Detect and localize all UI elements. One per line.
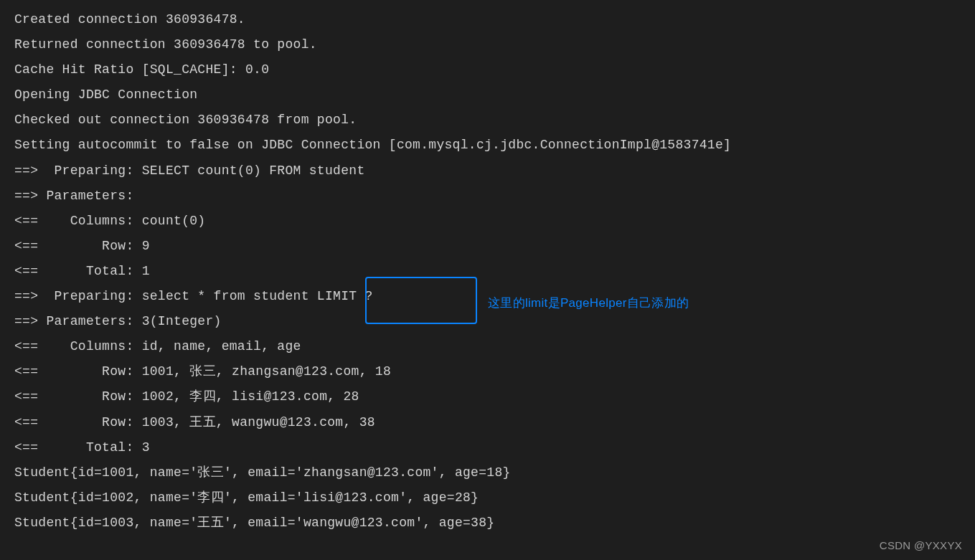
watermark: CSDN @YXXYX xyxy=(880,535,962,556)
console-output: Created connection 360936478. Returned c… xyxy=(14,7,961,536)
log-line: Created connection 360936478. xyxy=(14,7,961,32)
log-line: <== Row: 1002, 李四, lisi@123.com, 28 xyxy=(14,384,961,409)
log-line: Returned connection 360936478 to pool. xyxy=(14,32,961,57)
log-line: Setting autocommit to false on JDBC Conn… xyxy=(14,133,961,158)
log-line: <== Columns: id, name, email, age xyxy=(14,334,961,359)
annotation-text: 这里的limit是PageHelper自己添加的 xyxy=(488,291,689,315)
log-line: <== Total: 3 xyxy=(14,435,961,460)
log-line: Cache Hit Ratio [SQL_CACHE]: 0.0 xyxy=(14,57,961,82)
log-line: <== Row: 9 xyxy=(14,234,961,259)
log-line: Student{id=1002, name='李四', email='lisi@… xyxy=(14,485,961,511)
log-line: ==> Parameters: xyxy=(14,184,961,209)
log-line: <== Row: 1003, 王五, wangwu@123.com, 38 xyxy=(14,410,961,435)
log-line: Student{id=1001, name='张三', email='zhang… xyxy=(14,460,961,485)
log-line: ==> Preparing: SELECT count(0) FROM stud… xyxy=(14,158,961,184)
log-line: <== Total: 1 xyxy=(14,259,961,284)
log-line: Checked out connection 360936478 from po… xyxy=(14,108,961,133)
log-line: Opening JDBC Connection xyxy=(14,82,961,108)
log-line: Student{id=1003, name='王五', email='wangw… xyxy=(14,511,961,536)
log-line: <== Row: 1001, 张三, zhangsan@123.com, 18 xyxy=(14,359,961,384)
log-line: <== Columns: count(0) xyxy=(14,209,961,234)
